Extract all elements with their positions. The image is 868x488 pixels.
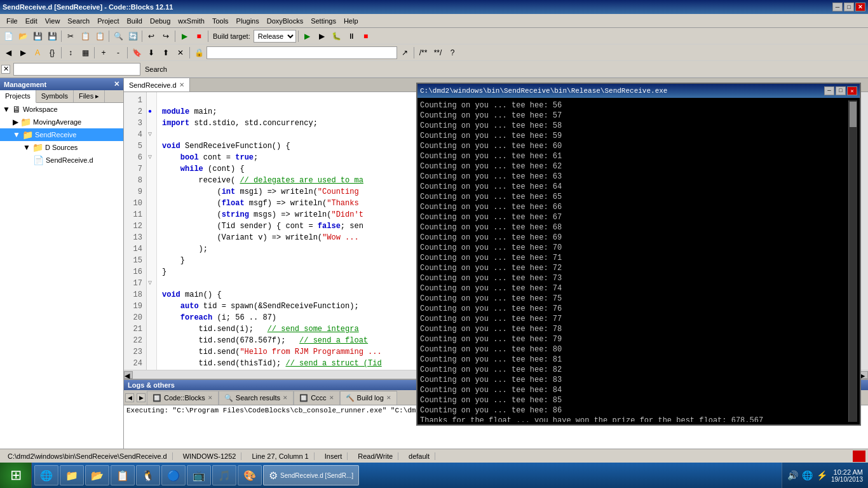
search-input[interactable]	[13, 63, 140, 76]
select-button[interactable]: ↕	[64, 46, 78, 60]
editor-tab-close[interactable]: ✕	[179, 81, 184, 88]
console-minimize[interactable]: ─	[824, 86, 834, 95]
workspace-icon: 🖥	[12, 104, 21, 114]
paste-button[interactable]: 📋	[93, 29, 107, 43]
logs-tab-cccc[interactable]: 🔲 Cccc ✕	[294, 391, 339, 405]
docxy2-button[interactable]: **/	[431, 46, 445, 60]
console-maximize[interactable]: □	[836, 86, 846, 95]
codeblocks-tab-close[interactable]: ✕	[208, 395, 213, 401]
unfold-button[interactable]: -	[111, 46, 125, 60]
tree-item-dsources[interactable]: ▼ 📁 D Sources	[0, 141, 123, 154]
menu-debug[interactable]: Debug	[146, 16, 174, 26]
menu-help[interactable]: Help	[340, 16, 362, 26]
search-tab-close[interactable]: ✕	[283, 395, 288, 401]
taskbar-item-codeblocks[interactable]: ⚙ SendReceive.d [SendR...]	[263, 465, 359, 485]
new-button[interactable]: 📄	[1, 29, 15, 43]
save-button[interactable]: 💾	[31, 29, 44, 43]
console-close[interactable]: ✕	[847, 86, 857, 95]
search-clear-icon[interactable]: ✕	[1, 65, 10, 74]
fold-button[interactable]: +	[97, 46, 111, 60]
clear-bookmarks-button[interactable]: ✕	[173, 46, 187, 60]
logs-nav-right[interactable]: ▶	[137, 393, 146, 402]
pause-button[interactable]: ⏸	[344, 29, 358, 43]
redo-button[interactable]: ↪	[159, 29, 173, 43]
debug-button[interactable]: 🐛	[330, 29, 344, 43]
tree-item-movingaverage[interactable]: ▶ 📁 MovingAverage	[0, 116, 123, 128]
run-button[interactable]: ▶	[177, 29, 191, 43]
menu-search[interactable]: Search	[64, 16, 93, 26]
forward-button[interactable]: ▶	[16, 46, 30, 60]
prev-bookmark-button[interactable]: ⬆	[159, 46, 173, 60]
power-icon[interactable]: ⚡	[817, 470, 827, 480]
tree-item-workspace[interactable]: ▼ 🖥 Workspace	[0, 103, 123, 116]
replace-button[interactable]: 🔄	[126, 29, 140, 43]
highlight-button[interactable]: A	[31, 46, 44, 60]
back-button[interactable]: ◀	[1, 46, 15, 60]
docxy3-button[interactable]: ?	[445, 46, 459, 60]
build-target-combo[interactable]: Release Debug	[254, 30, 296, 43]
menu-doxyblocks[interactable]: DoxyBlocks	[263, 16, 307, 26]
clock-display[interactable]: 10:22 AM 19/10/2013	[831, 468, 863, 483]
run2-button[interactable]: ▶	[315, 29, 329, 43]
taskbar-item-media[interactable]: 📺	[187, 465, 211, 485]
volume-icon[interactable]: 🔊	[787, 470, 798, 480]
cccc-tab-close[interactable]: ✕	[329, 395, 334, 401]
copy-button[interactable]: 📋	[78, 29, 92, 43]
jump-button[interactable]: ↗	[398, 46, 412, 60]
network-icon[interactable]: 🌐	[802, 470, 813, 480]
movingaverage-folder-icon: 📁	[20, 117, 31, 127]
console-scrollbar[interactable]	[848, 100, 857, 422]
taskbar-item-folder[interactable]: 📂	[85, 465, 109, 485]
taskbar-item-circle[interactable]: 🔵	[161, 465, 186, 485]
sidebar-tab-symbols[interactable]: Symbols	[36, 90, 74, 102]
menu-project[interactable]: Project	[93, 16, 123, 26]
tree-item-sendreceive[interactable]: ▼ 📁 SendReceive	[0, 128, 123, 141]
cut-button[interactable]: ✂	[64, 29, 78, 43]
menu-plugins[interactable]: Plugins	[233, 16, 263, 26]
build-button[interactable]: ▶	[301, 29, 315, 43]
menu-file[interactable]: File	[3, 16, 22, 26]
menu-edit[interactable]: Edit	[22, 16, 41, 26]
save-all-button[interactable]: 💾	[45, 29, 59, 43]
close-button[interactable]: ✕	[855, 3, 865, 11]
menu-settings[interactable]: Settings	[307, 16, 340, 26]
taskbar-item-ie[interactable]: 🌐	[34, 465, 58, 485]
open-button[interactable]: 📂	[16, 29, 30, 43]
sidebar-tab-projects[interactable]: Projects	[0, 90, 36, 103]
stop2-button[interactable]: ■	[359, 29, 373, 43]
col-select-button[interactable]: ▦	[78, 46, 92, 60]
menu-wxsmith[interactable]: wxSmith	[174, 16, 208, 26]
logs-tab-buildlog[interactable]: 🔨 Build log ✕	[340, 391, 397, 405]
find-button[interactable]: 🔍	[111, 29, 125, 43]
docxy-button[interactable]: /**	[416, 46, 430, 60]
buildlog-tab-close[interactable]: ✕	[386, 395, 391, 401]
hscroll-left-btn[interactable]: ◀	[124, 371, 133, 379]
bookmark-button[interactable]: 🔖	[130, 46, 144, 60]
menu-view[interactable]: View	[41, 16, 64, 26]
menu-build[interactable]: Build	[123, 16, 146, 26]
console-scrollbar-thumb[interactable]	[850, 102, 857, 127]
start-button[interactable]: ⊞	[0, 463, 32, 488]
logs-nav-left[interactable]: ◀	[125, 393, 134, 402]
sidebar-header: Management ✕	[0, 78, 123, 90]
tree-item-sendreceived[interactable]: 📄 SendReceive.d	[0, 154, 123, 166]
editor-tab-sendreceived[interactable]: SendReceive.d ✕	[124, 78, 190, 92]
stop-button[interactable]: ■	[192, 29, 206, 43]
menu-tools[interactable]: Tools	[208, 16, 233, 26]
match-button[interactable]: {}	[45, 46, 59, 60]
taskbar-item-clipboard[interactable]: 📋	[111, 465, 135, 485]
taskbar-item-paint[interactable]: 🎨	[238, 465, 262, 485]
sidebar-tab-files[interactable]: Files ▸	[74, 90, 105, 102]
next-bookmark-button[interactable]: ⬇	[144, 46, 158, 60]
read-only-button[interactable]: 🔒	[192, 46, 206, 60]
logs-tab-codeblocks[interactable]: 🔲 Code::Blocks ✕	[147, 391, 219, 405]
jump-input[interactable]	[207, 46, 397, 59]
taskbar-item-penguin[interactable]: 🐧	[136, 465, 160, 485]
taskbar-item-music[interactable]: 🎵	[212, 465, 236, 485]
logs-tab-search[interactable]: 🔍 Search results ✕	[219, 391, 294, 405]
maximize-button[interactable]: □	[844, 3, 854, 11]
undo-button[interactable]: ↩	[144, 29, 158, 43]
taskbar-item-explorer[interactable]: 📁	[60, 465, 84, 485]
sidebar-close-button[interactable]: ✕	[114, 80, 119, 88]
minimize-button[interactable]: ─	[832, 3, 843, 11]
